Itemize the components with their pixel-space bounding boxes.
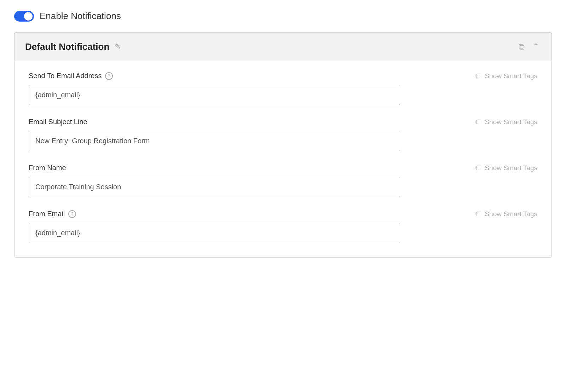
smart-tags-button-0[interactable]: 🏷 Show Smart Tags bbox=[475, 72, 537, 80]
help-icon-send-to-email[interactable]: ? bbox=[105, 72, 113, 80]
enable-notifications-toggle[interactable] bbox=[14, 11, 34, 22]
tag-icon-1: 🏷 bbox=[475, 118, 482, 126]
field-label-from-name: From Name bbox=[29, 164, 66, 172]
fields-area: Send To Email Address ? 🏷 Show Smart Tag… bbox=[15, 61, 551, 257]
edit-icon[interactable]: ✎ bbox=[114, 42, 121, 51]
tag-icon-0: 🏷 bbox=[475, 72, 482, 80]
section-title: Default Notification bbox=[25, 41, 109, 52]
field-group-email-subject: Email Subject Line 🏷 Show Smart Tags bbox=[29, 118, 537, 151]
default-notification-section: Default Notification ✎ ⧉ ⌃ Send To Email… bbox=[14, 32, 552, 258]
enable-notifications-row: Enable Notifications bbox=[14, 11, 552, 22]
section-header: Default Notification ✎ ⧉ ⌃ bbox=[15, 33, 551, 61]
field-group-from-email: From Email ? 🏷 Show Smart Tags bbox=[29, 210, 537, 243]
smart-tags-label-3: Show Smart Tags bbox=[485, 210, 537, 218]
enable-notifications-label: Enable Notifications bbox=[40, 11, 121, 22]
copy-button[interactable]: ⧉ bbox=[517, 40, 526, 53]
smart-tags-label-1: Show Smart Tags bbox=[485, 118, 537, 126]
email-subject-input[interactable] bbox=[29, 131, 400, 151]
smart-tags-button-3[interactable]: 🏷 Show Smart Tags bbox=[475, 210, 537, 218]
field-label-email-subject: Email Subject Line bbox=[29, 118, 87, 126]
field-label-group-2: From Name bbox=[29, 164, 66, 172]
field-label-send-to-email: Send To Email Address bbox=[29, 72, 102, 80]
field-group-send-to-email: Send To Email Address ? 🏷 Show Smart Tag… bbox=[29, 72, 537, 105]
field-label-group-1: Email Subject Line bbox=[29, 118, 87, 126]
from-email-input[interactable] bbox=[29, 223, 400, 243]
smart-tags-label-0: Show Smart Tags bbox=[485, 72, 537, 80]
field-label-from-email: From Email bbox=[29, 210, 65, 218]
field-row-header-email-subject: Email Subject Line 🏷 Show Smart Tags bbox=[29, 118, 537, 126]
help-icon-from-email[interactable]: ? bbox=[68, 210, 76, 218]
send-to-email-input[interactable] bbox=[29, 85, 400, 105]
field-row-header-send-to-email: Send To Email Address ? 🏷 Show Smart Tag… bbox=[29, 72, 537, 80]
smart-tags-label-2: Show Smart Tags bbox=[485, 164, 537, 172]
header-actions: ⧉ ⌃ bbox=[517, 40, 541, 53]
tag-icon-3: 🏷 bbox=[475, 210, 482, 218]
field-label-group-3: From Email ? bbox=[29, 210, 76, 218]
field-row-header-from-name: From Name 🏷 Show Smart Tags bbox=[29, 164, 537, 172]
section-title-group: Default Notification ✎ bbox=[25, 41, 121, 52]
smart-tags-button-2[interactable]: 🏷 Show Smart Tags bbox=[475, 164, 537, 172]
collapse-button[interactable]: ⌃ bbox=[531, 40, 541, 53]
field-label-group-0: Send To Email Address ? bbox=[29, 72, 113, 80]
tag-icon-2: 🏷 bbox=[475, 164, 482, 172]
from-name-input[interactable] bbox=[29, 177, 400, 197]
smart-tags-button-1[interactable]: 🏷 Show Smart Tags bbox=[475, 118, 537, 126]
field-row-header-from-email: From Email ? 🏷 Show Smart Tags bbox=[29, 210, 537, 218]
field-group-from-name: From Name 🏷 Show Smart Tags bbox=[29, 164, 537, 197]
